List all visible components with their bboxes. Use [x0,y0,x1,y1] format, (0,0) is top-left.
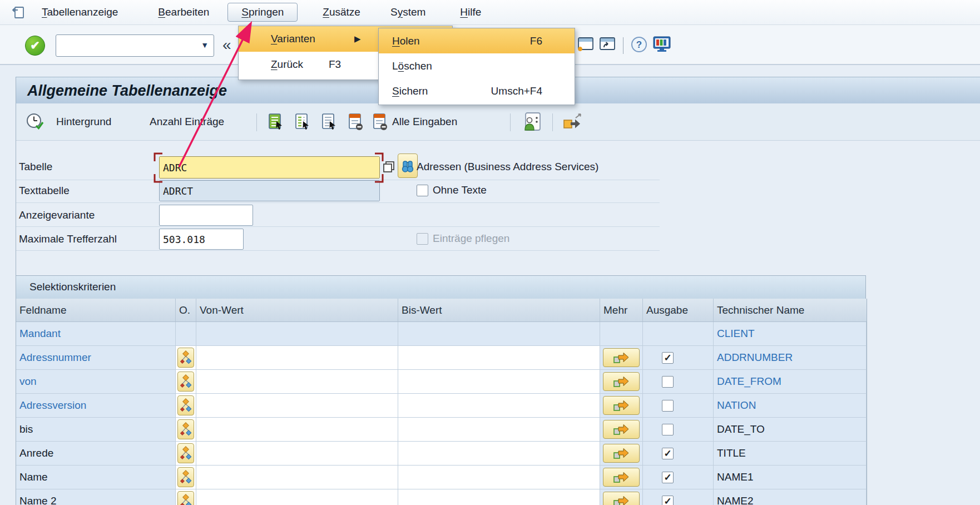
option-cell [176,346,196,369]
delete-all-inputs-button[interactable]: Alle Eingaben [372,103,457,140]
sap-gui-window: TabellenanzeigeBearbeitenSpringenZusätze… [0,0,980,505]
exit-icon[interactable] [562,103,583,140]
ohne-texte-checkbox[interactable] [417,185,428,196]
multiple-selection-button[interactable] [603,372,640,391]
deselect-all-icon[interactable] [321,103,338,140]
multiple-selection-button[interactable] [603,396,640,415]
form-separator [16,202,660,203]
output-checkbox[interactable] [662,376,674,388]
menu-item-holen[interactable]: Holen F6 [379,28,575,53]
menu-system[interactable]: System [384,3,432,22]
selection-options-button[interactable] [177,419,194,439]
toolbar-separator [623,37,623,54]
shortcut-label: F3 [329,58,341,71]
selection-options-button[interactable] [177,443,194,463]
selection-options-button[interactable] [177,395,194,415]
enter-button[interactable]: ✔ [25,36,45,56]
selection-row: bis DATE_TO [16,418,867,442]
varianten-submenu: Holen F6 Löschen Sichern Umsch+F4 [378,28,575,105]
output-checkbox[interactable]: ✓ [662,472,674,483]
ohne-texte-label: Ohne Texte [433,184,487,196]
von-wert-input[interactable] [196,418,398,441]
ausgabe-cell [643,322,714,345]
technical-name-cell: NATION [714,394,867,417]
menu-bearbeiten[interactable]: Bearbeiten [152,3,215,22]
collapse-toolbar-button[interactable]: « [222,37,231,53]
bis-wert-input[interactable] [398,442,600,465]
von-wert-input[interactable] [196,489,398,505]
command-input[interactable] [58,36,196,54]
multiple-selection-button[interactable] [603,348,640,367]
selection-options-icon [179,374,192,389]
menu-item-sichern[interactable]: Sichern Umsch+F4 [379,78,575,103]
bis-wert-input[interactable] [398,394,600,417]
von-wert-input[interactable] [196,466,398,489]
mehr-cell [600,489,643,505]
option-cell [176,370,196,393]
tabelle-input[interactable] [160,157,379,178]
create-shortcut-icon[interactable] [598,36,616,55]
bis-wert-input[interactable] [398,466,600,489]
selection-options-button[interactable] [177,372,194,392]
menu-item-loeschen[interactable]: Löschen [379,53,575,78]
customize-layout-icon[interactable] [652,36,672,55]
output-checkbox[interactable]: ✓ [662,496,674,505]
apptoolbar-separator [510,113,511,131]
selection-row: Name 2 ✓NAME2 [16,489,867,505]
selection-options-button[interactable] [177,467,194,487]
selection-options-icon [179,469,192,485]
ausgabe-cell [643,394,714,417]
user-settings-icon[interactable] [521,103,542,140]
column-header-technischer-name: Technischer Name [714,299,867,321]
von-wert-input[interactable] [196,346,398,369]
chevron-down-icon[interactable]: ▼ [201,41,209,49]
bis-wert-input[interactable] [398,346,600,369]
execute-in-background-icon[interactable] [25,103,45,140]
selection-options-button[interactable] [177,348,194,368]
von-wert-input[interactable] [196,442,398,465]
von-wert-input[interactable] [196,370,398,393]
output-checkbox[interactable]: ✓ [662,352,674,364]
menu-zusaetze[interactable]: Zusätze [316,3,367,22]
possible-entries-icon[interactable] [381,158,397,178]
background-button[interactable]: Hintergrund [56,103,111,140]
bis-wert-input[interactable] [398,370,600,393]
mehr-cell [600,418,643,441]
technical-name-cell: ADDRNUMBER [714,346,867,369]
output-checkbox[interactable] [662,424,674,435]
multiple-selection-button[interactable] [603,492,640,505]
column-header-bis-wert: Bis-Wert [398,299,600,321]
multiple-selection-arrow-icon [613,351,630,364]
number-of-entries-button[interactable]: Anzahl Einträge [150,103,224,140]
menu-tabellenanzeige[interactable]: Tabellenanzeige [36,3,124,22]
ohne-texte-row: Ohne Texte [417,184,487,196]
ausgabe-cell: ✓ [643,489,714,505]
selection-table: Feldname O. Von-Wert Bis-Wert Mehr Ausga… [16,299,867,505]
delete-selection-icon[interactable] [348,103,364,140]
max-trefferzahl-input[interactable] [160,229,243,249]
select-block-icon[interactable] [294,103,311,140]
eintraege-pflegen-row: Einträge pflegen [417,232,509,245]
selection-options-button[interactable] [177,491,194,505]
multiple-selection-button[interactable] [603,420,640,439]
multiple-selection-button[interactable] [603,468,640,487]
apptoolbar-separator [552,113,553,131]
von-wert-input[interactable] [196,394,398,417]
output-checkbox[interactable]: ✓ [662,448,674,459]
multiple-selection-button[interactable] [603,444,640,463]
option-cell [176,489,196,505]
output-checkbox[interactable] [662,400,674,412]
menu-hilfe[interactable]: Hilfe [454,3,487,22]
bis-wert-input[interactable] [398,418,600,441]
max-trefferzahl-field-wrap [159,229,244,250]
help-icon[interactable]: ? [631,36,647,55]
technical-name-cell: TITLE [714,442,867,465]
bis-wert-input[interactable] [398,489,600,505]
texttabelle-label: Texttabelle [19,185,70,197]
search-help-binoculars-icon[interactable] [398,154,418,178]
menu-springen[interactable]: Springen [227,3,298,22]
multiple-selection-arrow-icon [613,447,630,459]
new-session-icon[interactable] [576,36,594,55]
anzeigevariante-input[interactable] [160,205,253,225]
select-all-icon[interactable] [268,103,284,140]
